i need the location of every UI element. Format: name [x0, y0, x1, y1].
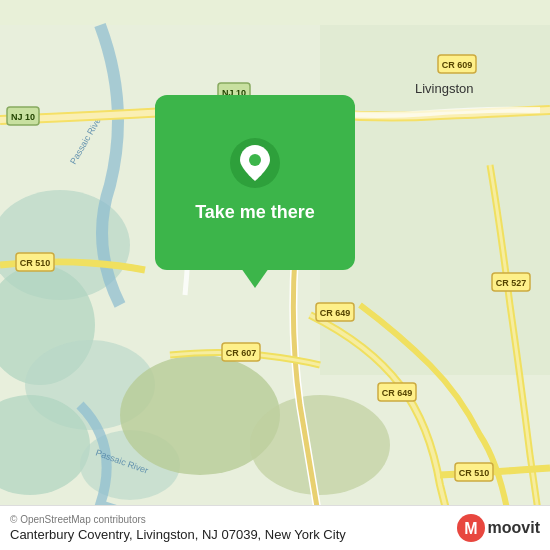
- svg-text:NJ 10: NJ 10: [11, 112, 35, 122]
- address-text: Canterbury Coventry, Livingston, NJ 0703…: [10, 527, 457, 542]
- location-icon-wrap: [230, 138, 280, 188]
- svg-point-30: [249, 154, 261, 166]
- location-pin-icon: [240, 145, 270, 181]
- attribution-text: © OpenStreetMap contributors: [10, 514, 457, 525]
- svg-text:CR 649: CR 649: [382, 388, 413, 398]
- svg-text:Livingston: Livingston: [415, 81, 474, 96]
- map-background: Passaic River Passaic River: [0, 0, 550, 550]
- map-container: Passaic River Passaic River: [0, 0, 550, 550]
- svg-text:M: M: [464, 520, 477, 537]
- popup-overlay: Take me there: [155, 95, 355, 270]
- svg-text:CR 527: CR 527: [496, 278, 527, 288]
- bottom-bar: © OpenStreetMap contributors Canterbury …: [0, 505, 550, 550]
- moovit-logo[interactable]: M moovit: [457, 514, 540, 542]
- moovit-brand-text: moovit: [488, 519, 540, 537]
- svg-text:CR 649: CR 649: [320, 308, 351, 318]
- svg-text:CR 510: CR 510: [20, 258, 51, 268]
- bottom-left: © OpenStreetMap contributors Canterbury …: [10, 514, 457, 542]
- svg-text:CR 607: CR 607: [226, 348, 257, 358]
- svg-text:CR 609: CR 609: [442, 60, 473, 70]
- take-me-there-button[interactable]: Take me there: [187, 198, 323, 228]
- moovit-brand-icon: M: [457, 514, 485, 542]
- svg-point-8: [250, 395, 390, 495]
- svg-text:CR 510: CR 510: [459, 468, 490, 478]
